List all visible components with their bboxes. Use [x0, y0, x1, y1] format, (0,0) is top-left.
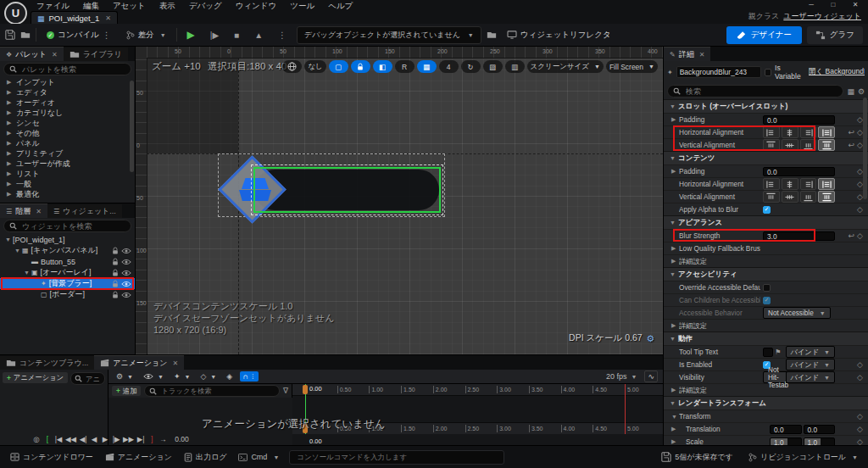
hierarchy-search[interactable]	[3, 220, 131, 232]
console-command-input[interactable]	[295, 452, 498, 462]
filter-icon[interactable]: ∇	[283, 387, 288, 395]
section-header[interactable]: ▼アクセシビリティ	[664, 267, 868, 281]
track-search[interactable]	[144, 385, 280, 397]
reset-to-default-icon[interactable]: ↩	[849, 141, 855, 149]
halign-end-button[interactable]	[800, 126, 817, 138]
property-default-diamond-icon[interactable]: ◇	[857, 180, 863, 188]
design-canvas[interactable]: ズーム +10 選択項目:180 x 40 なし▢◧R▦4↻▨▥スクリーンサイズ…	[147, 58, 663, 354]
valign-start-button[interactable]	[763, 191, 780, 203]
lock-icon[interactable]	[112, 258, 119, 266]
lock-icon[interactable]	[112, 269, 119, 277]
menu-デバッグ[interactable]: デバッグ	[183, 0, 228, 11]
bind-dropdown[interactable]: バインド▼	[786, 359, 835, 370]
palette-category-インプット[interactable]: ▶インプット	[0, 77, 135, 87]
visibility-eye-icon[interactable]	[121, 270, 131, 276]
outline-toggle[interactable]: ▢	[329, 60, 348, 73]
output-log-button[interactable]: 出力ログ	[181, 449, 230, 465]
rotate-mode-button[interactable]: R	[395, 60, 415, 73]
property-default-diamond-icon[interactable]: ◇	[857, 167, 863, 176]
tab-palette[interactable]: ❖ パレット ✕	[0, 47, 64, 61]
tab-library[interactable]: ライブラリ	[64, 47, 128, 61]
compile-button[interactable]: ✓ コンパイル ⋮	[42, 27, 116, 43]
palette-category-一般[interactable]: ▶一般	[0, 179, 135, 189]
add-track-button[interactable]: + 追加	[112, 386, 141, 396]
cmd-dropdown[interactable]: Cmd▼	[235, 450, 282, 464]
valign-fill-button[interactable]	[818, 139, 835, 151]
debug-browse-icon[interactable]	[487, 31, 497, 39]
expand-arrow-icon[interactable]: ▶	[7, 140, 12, 147]
property-default-diamond-icon[interactable]: ◇	[857, 205, 863, 214]
details-scrollbar[interactable]	[863, 98, 867, 199]
expand-arrow-icon[interactable]: ▶	[7, 150, 12, 157]
palette-category-ユーザーが作成[interactable]: ▶ユーザーが作成	[0, 159, 135, 169]
text-input[interactable]	[763, 348, 773, 357]
save-icon[interactable]	[5, 30, 15, 40]
tab-content-browser[interactable]: コンテンツブラウ...	[0, 356, 94, 370]
tree-item[interactable]: ✦[背景ブラー]	[0, 278, 135, 289]
palette-search[interactable]	[3, 63, 131, 75]
property-matrix-icon[interactable]: ▦	[847, 87, 854, 96]
expand-arrow-icon[interactable]: ▶	[671, 438, 676, 445]
open-parent-link[interactable]: 開く BackgroundBl	[809, 67, 865, 77]
prev-key-button[interactable]: ◀◀	[65, 435, 76, 443]
expand-arrow-icon[interactable]: ▶	[7, 181, 12, 187]
reset-to-default-icon[interactable]: ↩	[849, 231, 855, 240]
tab-widget-bind[interactable]: ☰ ウィジェット...	[47, 204, 122, 218]
property-default-diamond-icon[interactable]: ◇	[857, 141, 863, 149]
menu-ファイル[interactable]: ファイル	[31, 0, 75, 11]
expand-arrow-icon[interactable]: ▶	[7, 160, 12, 167]
designer-mode-button[interactable]: デザイナー	[726, 26, 801, 44]
revision-control-button[interactable]: リビジョンコントロール▼	[745, 449, 861, 465]
expand-arrow-icon[interactable]: ▶	[7, 79, 12, 86]
tree-item[interactable]: ▢[ボーダー]	[0, 289, 135, 300]
view-options-button[interactable]: ▼	[141, 372, 166, 381]
console-command[interactable]	[289, 450, 504, 465]
timeline-ruler-top[interactable]: 0.501.001.502.002.503.003.504.004.505.00	[292, 384, 663, 396]
grid-snap-value-button[interactable]: 4	[439, 60, 459, 73]
localization-preview-button[interactable]	[282, 60, 302, 73]
menu-ウィンドウ[interactable]: ウィンドウ	[230, 0, 283, 11]
value-input[interactable]: 0.0	[763, 115, 835, 125]
dpi-settings-gear-icon[interactable]: ⚙	[647, 333, 654, 343]
palette-search-input[interactable]	[20, 64, 125, 75]
expand-arrow-icon[interactable]: ▶	[7, 191, 12, 198]
snapping-toggle[interactable]: ∩⋮	[240, 371, 258, 382]
reset-to-default-icon[interactable]: ↩	[849, 128, 855, 136]
expand-arrow-icon[interactable]: ▶	[7, 89, 12, 96]
expand-arrow-icon[interactable]: ▶	[7, 109, 12, 116]
debug-object-dropdown[interactable]: デバッグオブジェクトが選択されていません ▼	[297, 26, 481, 44]
content-drawer-button[interactable]: コンテンツドロワー	[7, 449, 97, 465]
menu-アセット[interactable]: アセット	[107, 0, 152, 11]
transform-mode-button[interactable]: ◧	[373, 60, 392, 73]
valign-end-button[interactable]	[800, 191, 817, 203]
property-default-diamond-icon[interactable]: ◇	[857, 128, 863, 136]
halign-start-button[interactable]	[763, 126, 780, 138]
expand-arrow-icon[interactable]: ▼	[24, 270, 29, 276]
property-default-diamond-icon[interactable]: ◇	[857, 360, 863, 369]
checkbox[interactable]: ✓	[763, 206, 771, 214]
expand-arrow-icon[interactable]: ▶	[671, 168, 676, 175]
visibility-eye-icon[interactable]	[121, 281, 131, 287]
checkbox[interactable]: ✓	[763, 297, 771, 304]
lock-icon[interactable]	[112, 247, 119, 255]
halign-fill-button[interactable]	[818, 126, 835, 138]
menu-ヘルプ[interactable]: ヘルプ	[322, 0, 359, 11]
tree-item[interactable]: ▼▦[キャンバスパネル]	[0, 245, 135, 256]
set-start-button[interactable]: [	[43, 435, 52, 443]
palette-category-パネル[interactable]: ▶パネル	[0, 138, 135, 148]
tree-item[interactable]: ▼▣[オーバーレイ]	[0, 267, 135, 278]
hierarchy-search-input[interactable]	[20, 221, 125, 231]
compile-options-icon[interactable]: ⋮	[103, 31, 111, 40]
preview-background-button[interactable]: ▨	[483, 60, 503, 73]
details-search-input[interactable]	[684, 86, 837, 97]
section-header[interactable]: ▼コンテンツ	[664, 151, 868, 164]
valign-center-button[interactable]	[782, 139, 798, 151]
eject-button[interactable]: ▲	[249, 28, 268, 42]
add-animation-button[interactable]: + アニメーション	[3, 372, 68, 383]
section-header[interactable]: ▼レンダートランスフォーム	[664, 396, 868, 410]
valign-start-button[interactable]	[763, 139, 780, 151]
dropdown[interactable]: Not Accessible▼	[763, 307, 831, 319]
property-default-diamond-icon[interactable]: ◇	[857, 425, 863, 433]
section-header[interactable]: ▼スロット (オーバーレイスロット)	[664, 99, 868, 113]
track-search-input[interactable]	[159, 386, 275, 396]
